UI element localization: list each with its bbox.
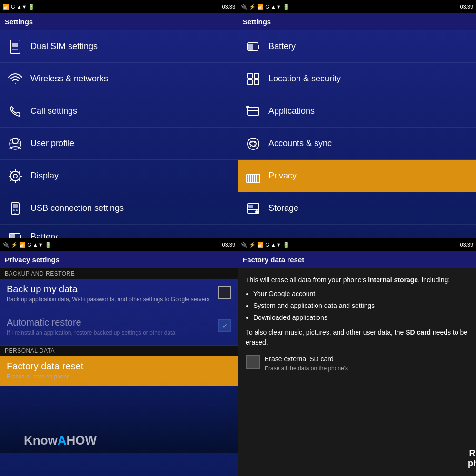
- q1-list: Dual SIM settings Wireless & networks C: [0, 30, 238, 238]
- q4-title: Factory data reset: [243, 256, 304, 264]
- wireless-label: Wireless & networks: [30, 74, 108, 84]
- q4-factory-reset: 🔌 ⚡ 📶 G ▲▼ 🔋 03:39 Factory data reset Th…: [238, 238, 476, 476]
- factory-bullets: Your Google account System and applicati…: [253, 289, 468, 323]
- autorestore-checkbox[interactable]: [218, 319, 231, 332]
- applications-icon: [245, 103, 262, 120]
- q2-signal-icon: 🔌 ⚡ 📶 G ▲▼ 🔋: [241, 4, 289, 10]
- svg-rect-1: [12, 43, 18, 47]
- erase-sd-checkbox[interactable]: [246, 355, 260, 369]
- q3-content: Backup and restore Back up my data Back …: [0, 268, 238, 476]
- svg-rect-33: [247, 106, 249, 108]
- settings-item-privacy[interactable]: Privacy: [238, 160, 476, 192]
- privacy-item-backup[interactable]: Back up my data Back up application data…: [0, 279, 238, 312]
- privacy-factory-text: Factory data reset Erases all data on ph…: [7, 361, 231, 381]
- privacy-label: Privacy: [268, 171, 297, 181]
- factory-desc3: To also clear music, pictures, and other…: [246, 328, 406, 336]
- q1-status-bar: 📶 G ▲▼ 🔋 03:33: [0, 0, 238, 13]
- svg-rect-23: [10, 234, 15, 238]
- privacy-item-factory-reset[interactable]: Factory data reset Erases all data on ph…: [0, 356, 238, 386]
- settings-item-user[interactable]: User profile: [0, 128, 238, 160]
- settings-item-dual-sim[interactable]: Dual SIM settings: [0, 30, 238, 63]
- q4-signal-icon: 🔌 ⚡ 📶 G ▲▼ 🔋: [241, 242, 289, 248]
- storage-label: Storage: [268, 203, 298, 213]
- privacy-backup-text: Back up my data Back up application data…: [7, 284, 214, 304]
- svg-rect-43: [249, 205, 253, 207]
- factory-bold1: internal storage: [368, 276, 418, 284]
- applications-label: Applications: [268, 106, 315, 116]
- settings-item-location[interactable]: Location & security: [238, 63, 476, 95]
- factory-description: This will erase all data from your phone…: [246, 275, 468, 285]
- privacy-factory-title: Factory data reset: [7, 361, 231, 372]
- q1-signal-icon: 📶 G ▲▼ 🔋: [3, 4, 35, 10]
- q3-privacy: 🔌 ⚡ 📶 G ▲▼ 🔋 03:39 Privacy settings Back…: [0, 238, 238, 476]
- usb-label: USB connection settings: [30, 203, 124, 213]
- dual-sim-icon: [7, 38, 24, 55]
- svg-point-19: [16, 209, 18, 211]
- factory-sdcard-text: To also clear music, pictures, and other…: [246, 327, 468, 347]
- backup-checkbox[interactable]: [218, 286, 231, 299]
- wireless-icon: [7, 70, 24, 88]
- settings-item-battery-q1[interactable]: Battery: [0, 225, 238, 238]
- svg-rect-27: [248, 73, 252, 78]
- q2-list: Battery Location & security: [238, 30, 476, 238]
- q3-header: Privacy settings: [0, 251, 238, 268]
- privacy-backup-sub: Back up application data, Wi-Fi password…: [7, 296, 214, 304]
- erase-sd-label: Erase external SD card: [265, 354, 348, 364]
- q4-time: 03:39: [460, 242, 473, 248]
- settings-item-storage[interactable]: Storage: [238, 192, 476, 225]
- settings-item-applications[interactable]: Applications: [238, 95, 476, 128]
- battery-q2-label: Battery: [268, 41, 296, 51]
- watermark-highlight: A: [58, 433, 67, 447]
- svg-point-18: [13, 209, 15, 211]
- svg-point-34: [248, 138, 259, 149]
- q1-header: Settings: [0, 13, 238, 30]
- svg-line-12: [10, 171, 12, 173]
- battery-q1-label: Battery: [30, 232, 58, 238]
- erase-sd-row: Erase external SD card Erase all the dat…: [246, 354, 468, 373]
- settings-item-call[interactable]: Call settings: [0, 95, 238, 128]
- battery-q1-icon: [7, 228, 24, 238]
- q1-settings: 📶 G ▲▼ 🔋 03:33 Settings Dual SIM setting…: [0, 0, 238, 238]
- svg-rect-25: [258, 45, 259, 49]
- settings-item-wireless[interactable]: Wireless & networks: [0, 63, 238, 95]
- settings-item-usb[interactable]: USB connection settings: [0, 192, 238, 225]
- q1-time: 03:33: [222, 4, 235, 10]
- svg-point-7: [13, 174, 17, 178]
- svg-line-13: [19, 179, 20, 181]
- privacy-icon: [245, 168, 262, 185]
- factory-bold2: SD card: [406, 328, 431, 336]
- usb-icon: [7, 200, 24, 217]
- q4-header: Factory data reset: [238, 251, 476, 268]
- privacy-autorestore-title: Automatic restore: [7, 317, 214, 328]
- q3-status-bar: 🔌 ⚡ 📶 G ▲▼ 🔋 03:39: [0, 238, 238, 251]
- factory-bullet-3: Downloaded applications: [253, 313, 468, 323]
- q2-time: 03:39: [460, 4, 473, 10]
- svg-rect-26: [248, 44, 253, 50]
- dual-sim-label: Dual SIM settings: [30, 41, 98, 51]
- q3-section-personal: Personal data: [0, 346, 238, 356]
- watermark: KnowAHOW: [24, 433, 97, 448]
- privacy-autorestore-sub: If I reinstall an application, restore b…: [7, 329, 214, 337]
- privacy-item-autorestore[interactable]: Automatic restore If I reinstall an appl…: [0, 312, 238, 346]
- q1-title: Settings: [5, 18, 33, 26]
- settings-item-display[interactable]: Display: [0, 160, 238, 192]
- svg-rect-2: [12, 49, 18, 50]
- q3-time: 03:39: [222, 242, 235, 248]
- svg-point-3: [12, 138, 18, 144]
- settings-item-accounts[interactable]: Accounts & sync: [238, 128, 476, 160]
- display-icon: [7, 168, 24, 185]
- call-label: Call settings: [30, 106, 77, 116]
- svg-line-15: [10, 179, 12, 181]
- q3-title: Privacy settings: [5, 256, 60, 264]
- q2-settings: 🔌 ⚡ 📶 G ▲▼ 🔋 03:39 Settings Battery: [238, 0, 476, 238]
- q3-section-backup: Backup and restore: [0, 268, 238, 279]
- privacy-factory-sub: Erases all data on phone: [7, 373, 231, 381]
- svg-rect-17: [13, 204, 18, 208]
- user-label: User profile: [30, 139, 74, 149]
- svg-point-45: [256, 211, 258, 213]
- settings-item-battery-q2[interactable]: Battery: [238, 30, 476, 63]
- privacy-backup-title: Back up my data: [7, 284, 214, 295]
- q4-status-bar: 🔌 ⚡ 📶 G ▲▼ 🔋 03:39: [238, 238, 476, 251]
- battery-q2-icon: [245, 38, 262, 55]
- display-label: Display: [30, 171, 59, 181]
